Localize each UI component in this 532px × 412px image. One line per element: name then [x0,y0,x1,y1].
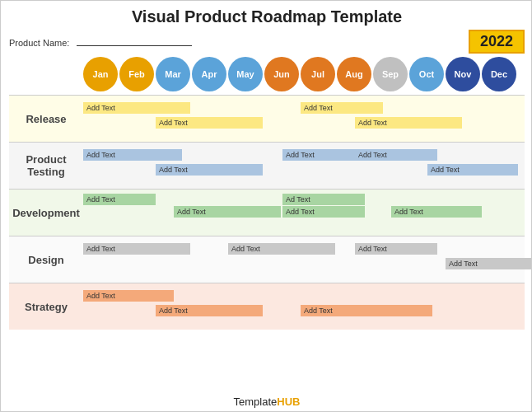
month-circle-oct: Oct [409,57,444,91]
row-label: Development [9,204,83,222]
gantt-area: ReleaseAdd TextAdd TextAdd TextAdd TextP… [9,95,525,392]
month-circle-sep: Sep [373,57,408,91]
row-label: Release [9,110,83,129]
bars-area: Add TextAdd TextAdd TextAdd Text [83,96,525,142]
month-circle-nov: Nov [446,57,480,91]
bar[interactable]: Add Text [391,206,482,218]
gantt-row: StrategyAdd TextAdd TextAdd Text [9,283,525,330]
bar[interactable]: Add Text [355,149,437,161]
product-name-input[interactable] [77,45,192,46]
bars-area: Add TextAdd TextAdd TextAdd TextAdd Text [83,143,525,189]
month-circle-may: May [228,57,263,91]
month-circle-jun: Jun [264,57,299,91]
bar[interactable]: Add Text [446,258,532,269]
month-circle-dec: Dec [482,57,516,91]
bar[interactable]: Add Text [83,194,156,205]
row-label: Product Testing [9,150,83,181]
bar[interactable]: Ad Text [282,194,365,205]
bar[interactable]: Add Text [156,305,263,316]
row-label: Strategy [9,297,83,316]
month-circle-mar: Mar [156,57,190,91]
bar[interactable]: Add Text [355,243,437,255]
month-circle-apr: Apr [192,57,226,91]
month-circle-jan: Jan [83,57,118,91]
bar[interactable]: Add Text [83,149,182,161]
month-circle-feb: Feb [119,57,154,91]
page: Visual Product Roadmap Template Product … [1,1,532,412]
bar[interactable]: Add Text [83,243,190,255]
bar[interactable]: Add Text [174,206,281,218]
bar[interactable]: Add Text [282,206,365,218]
months-row: JanFebMarAprMayJunJulAugSepOctNovDec [83,57,525,91]
bars-area: Add TextAdd TextAdd Text [83,283,525,330]
footer-template-text: Template [234,396,278,408]
bar[interactable]: Add Text [83,102,190,114]
month-circle-aug: Aug [337,57,371,91]
bar[interactable]: Add Text [228,243,335,255]
bar[interactable]: Add Text [83,290,174,302]
bar[interactable]: Add Text [301,102,383,114]
bars-area: Add TextAdd TextAdd TextAdd Text [83,236,525,283]
gantt-row: ReleaseAdd TextAdd TextAdd TextAdd Text [9,95,525,142]
page-title: Visual Product Roadmap Template [9,7,525,26]
product-name-label: Product Name: [9,35,192,49]
bar[interactable]: Add Text [301,305,432,316]
gantt-row: Product TestingAdd TextAdd TextAdd TextA… [9,142,525,189]
bar[interactable]: Add Text [156,117,263,129]
footer: TemplateHUB [9,396,525,408]
bar[interactable]: Add Text [282,149,365,161]
footer-hub-text: HUB [277,396,300,408]
year-badge: 2022 [469,30,525,54]
gantt-row: DesignAdd TextAdd TextAdd TextAdd Text [9,236,525,283]
bar[interactable]: Add Text [156,164,263,176]
bar[interactable]: Add Text [427,164,518,176]
month-circle-jul: Jul [301,57,335,91]
gantt-row: DevelopmentAdd TextAdd TextAd TextAdd Te… [9,189,525,236]
bars-area: Add TextAdd TextAd TextAdd TextAdd Text [83,190,525,236]
header-row: Product Name: 2022 [9,30,525,54]
bar[interactable]: Add Text [355,117,462,129]
row-label: Design [9,250,83,269]
